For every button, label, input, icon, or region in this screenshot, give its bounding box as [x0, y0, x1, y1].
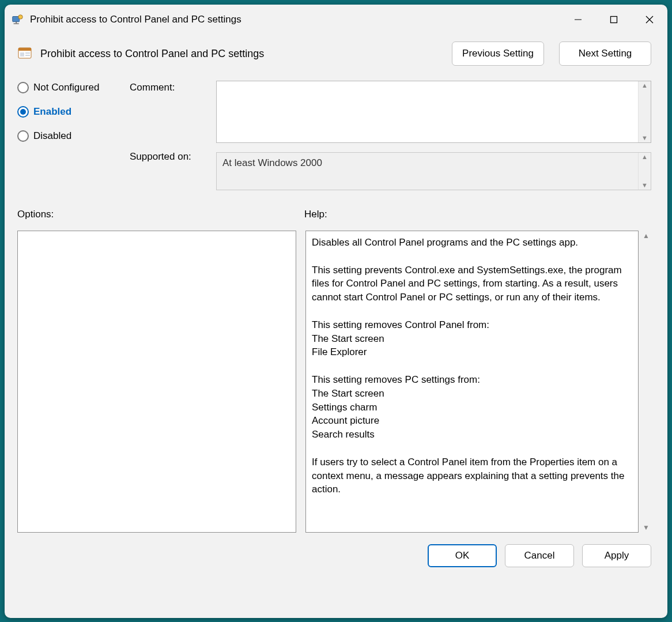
ok-button[interactable]: OK — [428, 544, 497, 567]
svg-rect-10 — [20, 52, 24, 56]
minimize-button[interactable] — [560, 5, 596, 34]
supported-on-label: Supported on: — [130, 151, 216, 163]
policy-app-icon — [10, 13, 24, 27]
policy-setting-icon — [17, 46, 33, 62]
scrollbar[interactable]: ▲ ▼ — [638, 81, 651, 142]
svg-point-3 — [18, 14, 22, 18]
scroll-down-icon: ▼ — [641, 135, 648, 141]
supported-on-box: At least Windows 2000 ▲ ▼ — [216, 152, 651, 190]
window-title: Prohibit access to Control Panel and PC … — [30, 14, 241, 25]
maximize-button[interactable] — [596, 5, 632, 34]
help-text-panel: Disables all Control Panel programs and … — [305, 231, 639, 533]
svg-rect-5 — [611, 16, 617, 22]
comment-textarea[interactable] — [217, 81, 638, 142]
supported-on-value: At least Windows 2000 — [217, 153, 638, 190]
apply-button[interactable]: Apply — [582, 544, 651, 567]
close-button[interactable] — [632, 5, 667, 34]
window-controls — [560, 5, 667, 34]
scrollbar[interactable]: ▲ ▼ — [639, 231, 651, 533]
state-radio-group: Not Configured Enabled Disabled — [17, 81, 130, 190]
dialog-window: Prohibit access to Control Panel and PC … — [5, 5, 667, 618]
radio-icon — [17, 82, 29, 93]
svg-rect-12 — [25, 55, 30, 56]
radio-label: Not Configured — [33, 82, 99, 93]
state-not-configured[interactable]: Not Configured — [17, 82, 130, 93]
dialog-footer: OK Cancel Apply — [17, 533, 651, 567]
options-label: Options: — [17, 209, 304, 220]
svg-rect-9 — [18, 48, 31, 51]
state-disabled[interactable]: Disabled — [17, 130, 130, 142]
state-enabled[interactable]: Enabled — [17, 106, 130, 118]
scroll-up-icon: ▲ — [641, 154, 648, 160]
comment-label: Comment: — [130, 82, 216, 93]
radio-label: Disabled — [33, 130, 71, 142]
svg-rect-11 — [25, 52, 30, 54]
next-setting-button[interactable]: Next Setting — [559, 42, 651, 66]
scroll-up-icon: ▲ — [643, 232, 650, 240]
comment-field-wrap: ▲ ▼ — [216, 81, 651, 143]
scroll-down-icon: ▼ — [641, 182, 648, 189]
radio-icon — [17, 130, 29, 142]
scroll-up-icon: ▲ — [641, 82, 648, 89]
options-panel — [17, 231, 296, 533]
titlebar: Prohibit access to Control Panel and PC … — [5, 5, 667, 35]
scrollbar[interactable]: ▲ ▼ — [638, 153, 651, 190]
help-label: Help: — [304, 209, 651, 220]
previous-setting-button[interactable]: Previous Setting — [452, 42, 544, 66]
svg-rect-2 — [14, 23, 19, 24]
radio-label: Enabled — [33, 106, 71, 118]
radio-icon — [17, 106, 29, 118]
policy-title: Prohibit access to Control Panel and PC … — [40, 48, 264, 60]
svg-rect-1 — [16, 21, 17, 23]
cancel-button[interactable]: Cancel — [505, 544, 574, 567]
scroll-down-icon: ▼ — [643, 523, 650, 531]
